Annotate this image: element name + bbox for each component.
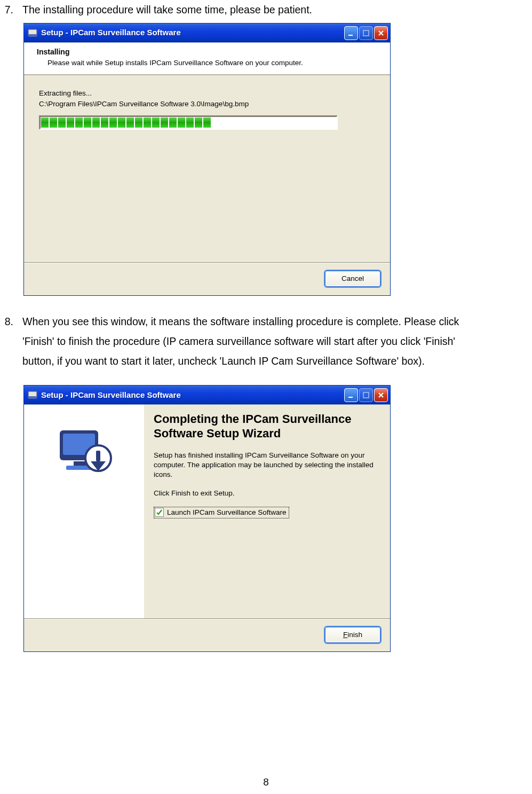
installer-body: Extracting files... C:\Program Files\IPC…: [24, 75, 390, 262]
maximize-icon: [359, 26, 373, 40]
app-icon: [27, 28, 38, 38]
extracting-path: C:\Program Files\IPCam Surveillance Soft…: [39, 99, 375, 109]
dialog-finish: Setup - IPCam Surveillance Software: [23, 385, 391, 652]
page-number: 8: [0, 773, 532, 792]
step-7-text: 7. The installing procedure will take so…: [0, 0, 532, 20]
svg-rect-2: [348, 35, 353, 36]
wizard-side-image: [24, 405, 144, 618]
svg-rect-1: [28, 34, 37, 37]
dialog-installing: Setup - IPCam Surveillance Software Inst…: [23, 23, 391, 296]
launch-checkbox-row[interactable]: Launch IPCam Surveillance Software: [154, 507, 289, 518]
progress-bar: [39, 115, 338, 130]
launch-checkbox-label: Launch IPCam Surveillance Software: [167, 508, 287, 517]
step-8-number: 8.: [0, 312, 16, 332]
minimize-icon[interactable]: [344, 26, 358, 40]
maximize-icon: [359, 388, 373, 402]
wizard-heading: Completing the IPCam Surveillance Softwa…: [154, 412, 376, 441]
window-title: Setup - IPCam Surveillance Software: [41, 388, 344, 403]
svg-rect-11: [74, 461, 86, 466]
installer-header: Installing Please wait while Setup insta…: [24, 43, 390, 75]
step-8-text: 8. When you see this window, it means th…: [0, 312, 532, 332]
wizard-body-2: Click Finish to exit Setup.: [154, 489, 376, 498]
app-icon: [27, 390, 38, 400]
extracting-label: Extracting files...: [39, 88, 375, 99]
close-icon[interactable]: [374, 388, 388, 402]
installer-subheading: Please wait while Setup installs IPCam S…: [37, 58, 377, 68]
svg-rect-5: [28, 396, 37, 399]
window-title: Setup - IPCam Surveillance Software: [41, 25, 344, 41]
svg-rect-3: [363, 30, 369, 36]
svg-rect-6: [348, 397, 353, 398]
svg-rect-7: [363, 392, 369, 398]
svg-rect-14: [96, 451, 100, 461]
titlebar[interactable]: Setup - IPCam Surveillance Software: [24, 23, 390, 42]
cancel-button[interactable]: Cancel: [325, 271, 380, 287]
finish-button[interactable]: Finish: [325, 627, 380, 643]
titlebar[interactable]: Setup - IPCam Surveillance Software: [24, 386, 390, 404]
installer-heading: Installing: [37, 47, 377, 57]
step-7-number: 7.: [0, 0, 16, 20]
minimize-icon[interactable]: [344, 388, 358, 402]
checkbox-checked-icon[interactable]: [155, 508, 164, 517]
close-icon[interactable]: [374, 26, 388, 40]
wizard-body-1: Setup has finished installing IPCam Surv…: [154, 451, 376, 480]
